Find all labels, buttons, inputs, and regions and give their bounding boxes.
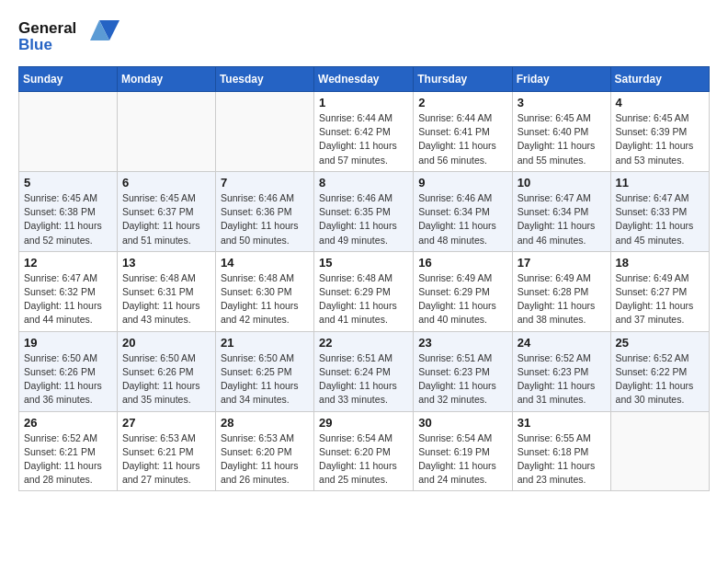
day-cell: 13Sunrise: 6:48 AM Sunset: 6:31 PM Dayli… (117, 251, 215, 331)
day-cell: 29Sunrise: 6:54 AM Sunset: 6:20 PM Dayli… (314, 411, 414, 491)
day-cell: 12Sunrise: 6:47 AM Sunset: 6:32 PM Dayli… (19, 251, 118, 331)
day-info: Sunrise: 6:47 AM Sunset: 6:32 PM Dayligh… (24, 271, 112, 327)
day-number: 15 (319, 256, 408, 270)
weekday-header-thursday: Thursday (414, 67, 512, 92)
day-number: 20 (122, 336, 210, 350)
day-info: Sunrise: 6:54 AM Sunset: 6:20 PM Dayligh… (319, 431, 408, 488)
logo-svg: General Blue (18, 15, 119, 55)
day-info: Sunrise: 6:50 AM Sunset: 6:26 PM Dayligh… (24, 351, 112, 408)
day-cell: 3Sunrise: 6:45 AM Sunset: 6:40 PM Daylig… (512, 92, 610, 172)
day-cell: 15Sunrise: 6:48 AM Sunset: 6:29 PM Dayli… (314, 251, 414, 331)
day-cell: 18Sunrise: 6:49 AM Sunset: 6:27 PM Dayli… (610, 251, 709, 331)
calendar: SundayMondayTuesdayWednesdayThursdayFrid… (18, 66, 710, 491)
day-cell: 16Sunrise: 6:49 AM Sunset: 6:29 PM Dayli… (414, 251, 512, 331)
day-cell: 2Sunrise: 6:44 AM Sunset: 6:41 PM Daylig… (414, 92, 512, 172)
day-number: 17 (518, 256, 606, 270)
weekday-header-friday: Friday (512, 67, 610, 92)
day-number: 10 (518, 176, 606, 190)
day-info: Sunrise: 6:52 AM Sunset: 6:22 PM Dayligh… (616, 351, 704, 408)
day-info: Sunrise: 6:48 AM Sunset: 6:30 PM Dayligh… (221, 271, 309, 327)
day-number: 18 (616, 256, 704, 270)
day-cell (215, 92, 313, 172)
day-number: 31 (518, 416, 606, 430)
day-info: Sunrise: 6:46 AM Sunset: 6:36 PM Dayligh… (221, 191, 309, 247)
day-number: 4 (616, 96, 704, 109)
day-info: Sunrise: 6:51 AM Sunset: 6:23 PM Dayligh… (418, 351, 506, 408)
day-cell: 10Sunrise: 6:47 AM Sunset: 6:34 PM Dayli… (512, 171, 610, 251)
day-info: Sunrise: 6:47 AM Sunset: 6:34 PM Dayligh… (518, 191, 606, 247)
day-number: 7 (221, 176, 309, 190)
day-number: 9 (418, 176, 506, 190)
day-cell: 17Sunrise: 6:49 AM Sunset: 6:28 PM Dayli… (512, 251, 610, 331)
day-cell (117, 92, 215, 172)
day-number: 11 (616, 176, 704, 190)
day-number: 22 (319, 336, 408, 350)
day-info: Sunrise: 6:52 AM Sunset: 6:23 PM Dayligh… (518, 351, 606, 408)
day-cell (19, 92, 118, 172)
weekday-header-saturday: Saturday (610, 67, 709, 92)
day-info: Sunrise: 6:55 AM Sunset: 6:18 PM Dayligh… (518, 431, 606, 488)
day-number: 12 (24, 256, 112, 270)
day-info: Sunrise: 6:51 AM Sunset: 6:24 PM Dayligh… (319, 351, 408, 408)
day-cell: 5Sunrise: 6:45 AM Sunset: 6:38 PM Daylig… (19, 171, 118, 251)
week-row-1: 1Sunrise: 6:44 AM Sunset: 6:42 PM Daylig… (19, 92, 710, 172)
day-cell: 7Sunrise: 6:46 AM Sunset: 6:36 PM Daylig… (215, 171, 313, 251)
day-cell: 26Sunrise: 6:52 AM Sunset: 6:21 PM Dayli… (19, 411, 118, 491)
day-info: Sunrise: 6:47 AM Sunset: 6:33 PM Dayligh… (616, 191, 704, 247)
weekday-header-tuesday: Tuesday (215, 67, 313, 92)
header: General Blue (18, 15, 710, 59)
logo: General Blue (18, 15, 119, 59)
day-cell: 4Sunrise: 6:45 AM Sunset: 6:39 PM Daylig… (610, 92, 709, 172)
day-number: 14 (221, 256, 309, 270)
day-number: 19 (24, 336, 112, 350)
day-number: 23 (418, 336, 506, 350)
day-info: Sunrise: 6:50 AM Sunset: 6:25 PM Dayligh… (221, 351, 309, 408)
day-number: 26 (24, 416, 112, 430)
day-info: Sunrise: 6:44 AM Sunset: 6:42 PM Dayligh… (319, 111, 408, 167)
svg-text:Blue: Blue (18, 36, 52, 53)
day-info: Sunrise: 6:45 AM Sunset: 6:37 PM Dayligh… (122, 191, 210, 247)
day-info: Sunrise: 6:46 AM Sunset: 6:35 PM Dayligh… (319, 191, 408, 247)
day-info: Sunrise: 6:52 AM Sunset: 6:21 PM Dayligh… (24, 431, 112, 488)
weekday-header-wednesday: Wednesday (314, 67, 414, 92)
page: General Blue SundayMondayTuesdayWednesda… (0, 0, 728, 563)
day-cell: 9Sunrise: 6:46 AM Sunset: 6:34 PM Daylig… (414, 171, 512, 251)
day-number: 16 (418, 256, 506, 270)
day-info: Sunrise: 6:45 AM Sunset: 6:38 PM Dayligh… (24, 191, 112, 247)
weekday-header-sunday: Sunday (19, 67, 118, 92)
day-number: 3 (518, 96, 606, 109)
day-cell: 20Sunrise: 6:50 AM Sunset: 6:26 PM Dayli… (117, 331, 215, 411)
day-info: Sunrise: 6:45 AM Sunset: 6:40 PM Dayligh… (518, 111, 606, 167)
day-cell: 22Sunrise: 6:51 AM Sunset: 6:24 PM Dayli… (314, 331, 414, 411)
day-info: Sunrise: 6:53 AM Sunset: 6:20 PM Dayligh… (221, 431, 309, 488)
day-cell: 25Sunrise: 6:52 AM Sunset: 6:22 PM Dayli… (610, 331, 709, 411)
day-info: Sunrise: 6:49 AM Sunset: 6:27 PM Dayligh… (616, 271, 704, 327)
day-cell (610, 411, 709, 491)
day-info: Sunrise: 6:45 AM Sunset: 6:39 PM Dayligh… (616, 111, 704, 167)
day-cell: 21Sunrise: 6:50 AM Sunset: 6:25 PM Dayli… (215, 331, 313, 411)
day-number: 5 (24, 176, 112, 190)
day-cell: 31Sunrise: 6:55 AM Sunset: 6:18 PM Dayli… (512, 411, 610, 491)
day-info: Sunrise: 6:49 AM Sunset: 6:28 PM Dayligh… (518, 271, 606, 327)
day-number: 27 (122, 416, 210, 430)
day-number: 28 (221, 416, 309, 430)
day-cell: 6Sunrise: 6:45 AM Sunset: 6:37 PM Daylig… (117, 171, 215, 251)
day-cell: 24Sunrise: 6:52 AM Sunset: 6:23 PM Dayli… (512, 331, 610, 411)
day-info: Sunrise: 6:54 AM Sunset: 6:19 PM Dayligh… (418, 431, 506, 488)
weekday-header-row: SundayMondayTuesdayWednesdayThursdayFrid… (19, 67, 710, 92)
day-cell: 14Sunrise: 6:48 AM Sunset: 6:30 PM Dayli… (215, 251, 313, 331)
day-info: Sunrise: 6:48 AM Sunset: 6:31 PM Dayligh… (122, 271, 210, 327)
day-cell: 27Sunrise: 6:53 AM Sunset: 6:21 PM Dayli… (117, 411, 215, 491)
day-number: 2 (418, 96, 506, 109)
day-cell: 11Sunrise: 6:47 AM Sunset: 6:33 PM Dayli… (610, 171, 709, 251)
day-cell: 23Sunrise: 6:51 AM Sunset: 6:23 PM Dayli… (414, 331, 512, 411)
week-row-5: 26Sunrise: 6:52 AM Sunset: 6:21 PM Dayli… (19, 411, 710, 491)
day-number: 21 (221, 336, 309, 350)
week-row-4: 19Sunrise: 6:50 AM Sunset: 6:26 PM Dayli… (19, 331, 710, 411)
day-number: 8 (319, 176, 408, 190)
weekday-header-monday: Monday (117, 67, 215, 92)
day-number: 29 (319, 416, 408, 430)
day-number: 24 (518, 336, 606, 350)
week-row-2: 5Sunrise: 6:45 AM Sunset: 6:38 PM Daylig… (19, 171, 710, 251)
day-cell: 8Sunrise: 6:46 AM Sunset: 6:35 PM Daylig… (314, 171, 414, 251)
